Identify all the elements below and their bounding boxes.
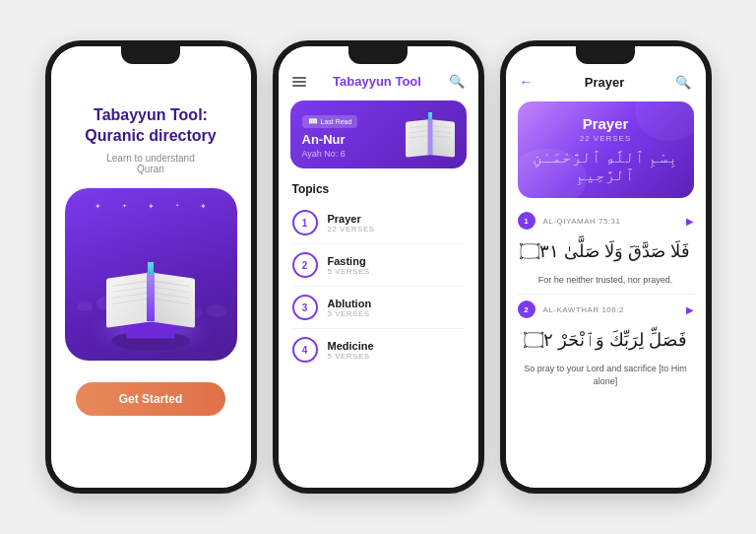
topic-verses: 5 VERSES <box>328 267 465 276</box>
phone2-header: Tabayyun Tool 🔍 <box>279 46 478 97</box>
topic-number: 1 <box>292 210 318 235</box>
last-read-card[interactable]: 📖 Last Read An-Nur Ayah No: 6 <box>290 100 467 168</box>
verse-translation: For he neither trusted, nor prayed. <box>506 270 706 295</box>
play-button[interactable]: ▶ <box>686 304 694 315</box>
verse-reference: AL-KAWTHAR 108:2 <box>543 305 678 314</box>
topic-name: Ablution <box>328 298 465 309</box>
topic-number: 3 <box>292 295 318 320</box>
topic-number: 2 <box>292 252 318 278</box>
verse-arabic: فَصَلِّ لِرَبِّكَ وَٱنْحَرْ ۝٢ <box>506 322 706 359</box>
hero-illustration: ✦ ✦ ✦ ✦ ✦ <box>65 188 237 361</box>
get-started-button[interactable]: Get Started <box>76 382 226 416</box>
topic-number: 4 <box>292 337 318 363</box>
book-illustration <box>406 115 455 155</box>
topic-verses: 3 VERSES <box>328 309 465 318</box>
verse-translation: So pray to your Lord and sacrifice [to H… <box>506 359 706 395</box>
topic-item[interactable]: 3 Ablution 3 VERSES <box>279 287 478 329</box>
verse-list: 1 AL-QIYAMAH 75:31 ▶ فَلَا صَدَّقَ وَلَا… <box>506 198 706 488</box>
phone-2: Tabayyun Tool 🔍 📖 Last Read An-Nur Ayah … <box>273 40 484 494</box>
hero-verses-count: 22 VERSES <box>580 134 632 143</box>
phone3-title: Prayer <box>585 75 624 90</box>
phone-3: ← Prayer 🔍 Prayer 22 VERSES بِسْمِ ٱللَّ… <box>500 40 712 494</box>
topic-item[interactable]: 2 Fasting 5 VERSES <box>279 244 478 287</box>
verse-number: 2 <box>518 300 536 318</box>
back-button[interactable]: ← <box>520 74 534 90</box>
verse-item: 1 AL-QIYAMAH 75:31 ▶ فَلَا صَدَّقَ وَلَا… <box>506 206 706 295</box>
topic-verses: 5 VERSES <box>328 352 465 361</box>
topics-section-label: Topics <box>279 168 478 202</box>
hero-prayer-title: Prayer <box>583 115 629 132</box>
basmala-text: بِسْمِ ٱللَّهِ ٱلرَّحْمَـٰنِ ٱلرَّحِيمِ <box>530 149 682 184</box>
verse-number: 1 <box>518 212 536 230</box>
topic-item[interactable]: 4 Medicine 5 VERSES <box>279 329 478 370</box>
surah-name: An-Nur <box>302 132 358 147</box>
topic-item[interactable]: 1 Prayer 22 VERSES <box>279 202 478 244</box>
phone3-header: ← Prayer 🔍 <box>506 46 706 98</box>
search-icon[interactable]: 🔍 <box>675 75 691 90</box>
topic-name: Fasting <box>328 255 465 267</box>
search-icon[interactable]: 🔍 <box>449 74 465 89</box>
ayah-label: Ayah No: 6 <box>302 149 358 159</box>
play-button[interactable]: ▶ <box>686 216 694 227</box>
verse-reference: AL-QIYAMAH 75:31 <box>543 217 678 226</box>
phone2-title: Tabayyun Tool <box>333 74 421 89</box>
phone-1: Tabayyun Tool: Quranic directory Learn t… <box>45 40 257 494</box>
topic-verses: 22 VERSES <box>328 225 465 234</box>
menu-icon[interactable] <box>292 77 306 87</box>
topic-name: Prayer <box>328 213 465 225</box>
prayer-hero-card: Prayer 22 VERSES بِسْمِ ٱللَّهِ ٱلرَّحْم… <box>518 101 694 198</box>
topics-list: 1 Prayer 22 VERSES 2 Fasting 5 VERSES 3 <box>279 202 478 370</box>
app-subtitle: Learn to understand Quran <box>69 153 231 174</box>
verse-arabic: فَلَا صَدَّقَ وَلَا صَلَّىٰ ۝٣١ <box>506 234 706 270</box>
topic-name: Medicine <box>328 340 465 352</box>
verse-item: 2 AL-KAWTHAR 108:2 ▶ فَصَلِّ لِرَبِّكَ و… <box>506 295 706 395</box>
last-read-badge: 📖 Last Read <box>302 115 358 128</box>
app-title: Tabayyun Tool: Quranic directory <box>69 105 231 147</box>
